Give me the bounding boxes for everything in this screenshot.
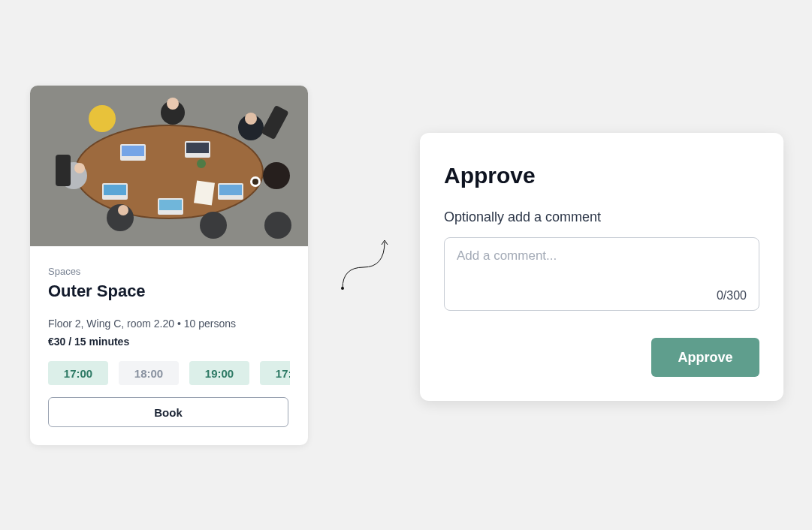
space-details: Floor 2, Wing C, room 2.20 • 10 persons (48, 318, 290, 330)
svg-point-27 (200, 212, 227, 239)
connector-arrow-icon (340, 237, 392, 291)
svg-point-26 (118, 205, 128, 215)
svg-rect-13 (194, 180, 215, 205)
booking-card: Spaces Outer Space Floor 2, Wing C, room… (30, 86, 308, 445)
svg-point-17 (89, 105, 116, 132)
comment-box: 0/300 (444, 237, 759, 311)
svg-point-31 (341, 287, 344, 290)
svg-point-16 (197, 159, 206, 168)
time-slot[interactable]: 17:00 (48, 361, 108, 385)
svg-point-22 (263, 162, 290, 189)
svg-rect-10 (159, 200, 182, 210)
approve-subtitle: Optionally add a comment (444, 209, 759, 225)
space-price: €30 / 15 minutes (48, 336, 290, 348)
time-slot[interactable]: 17:00 (260, 361, 290, 385)
approve-title: Approve (444, 163, 759, 188)
svg-point-21 (245, 113, 257, 125)
approve-button[interactable]: Approve (651, 338, 759, 377)
time-slot-list: 17:00 18:00 19:00 17:00 (48, 361, 290, 385)
svg-rect-6 (186, 143, 209, 153)
svg-rect-12 (219, 185, 242, 195)
svg-point-28 (264, 212, 291, 239)
svg-point-15 (252, 179, 258, 185)
time-slot[interactable]: 18:00 (119, 361, 179, 385)
comment-input[interactable] (457, 248, 747, 286)
room-photo (30, 86, 308, 246)
svg-rect-8 (104, 185, 126, 195)
svg-point-19 (167, 98, 179, 110)
char-counter: 0/300 (717, 289, 747, 303)
svg-rect-4 (122, 146, 144, 156)
time-slot[interactable]: 19:00 (189, 361, 249, 385)
svg-point-24 (74, 163, 85, 173)
book-button[interactable]: Book (48, 397, 288, 427)
space-title: Outer Space (48, 282, 290, 301)
category-label: Spaces (48, 266, 290, 277)
approve-card: Approve Optionally add a comment 0/300 A… (420, 133, 783, 401)
svg-rect-29 (56, 155, 71, 186)
